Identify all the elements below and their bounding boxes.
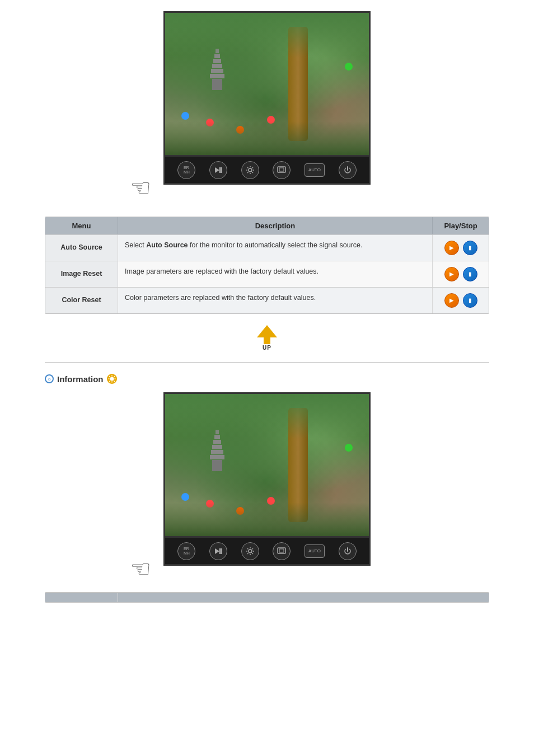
- svg-point-26: [249, 550, 252, 553]
- play-btn-2[interactable]: ▶: [444, 267, 459, 281]
- table-header: Menu Description Play/Stop: [45, 217, 489, 234]
- bottom-table: [45, 592, 489, 603]
- ctrl-btn-brightness[interactable]: [241, 161, 259, 179]
- ctrl-btn-menu[interactable]: ERMH: [177, 161, 195, 179]
- stop-btn-2[interactable]: ▮: [463, 267, 477, 281]
- svg-point-14: [110, 377, 114, 381]
- svg-marker-23: [215, 548, 219, 554]
- lantern-green: [345, 63, 353, 71]
- play-icon-3[interactable]: ▶: [444, 293, 459, 308]
- monitor-section-1: ERMH: [45, 11, 489, 200]
- header-description: Description: [118, 217, 433, 234]
- svg-marker-0: [215, 167, 219, 173]
- stop-icon-1[interactable]: ▮: [463, 241, 477, 255]
- section-divider: [45, 362, 489, 363]
- svg-line-11: [247, 172, 249, 173]
- ctrl-btn-power-2[interactable]: [339, 542, 357, 560]
- ctrl-btn-display-2[interactable]: [273, 542, 291, 560]
- desc-image-reset: Image parameters are replaced with the f…: [118, 261, 433, 287]
- ctrl-btn-source[interactable]: [209, 161, 227, 179]
- bottom-header-col2: [118, 593, 489, 602]
- stop-btn-1[interactable]: ▮: [463, 241, 477, 255]
- svg-line-22: [109, 381, 110, 382]
- info-sun-icon: [107, 374, 117, 384]
- ctrl-btn-menu-2[interactable]: ERMH: [177, 542, 195, 560]
- table-row-image-reset: Image Reset Image parameters are replace…: [45, 261, 489, 287]
- ctrl-btn-auto-2[interactable]: AUTO: [305, 544, 325, 558]
- monitor-frame-1: [163, 11, 371, 157]
- playstop-image-reset: ▶ ▮: [433, 261, 489, 287]
- playstop-auto-source: ▶ ▮: [433, 235, 489, 261]
- menu-auto-source: Auto Source: [45, 235, 118, 261]
- info-circle-icon: ○: [45, 374, 54, 383]
- svg-line-9: [252, 172, 253, 173]
- lantern2-green: [345, 444, 353, 452]
- monitor-controls-2: ERMH: [163, 538, 371, 566]
- lantern-blue: [181, 112, 189, 120]
- svg-point-3: [249, 168, 252, 172]
- svg-line-33: [252, 548, 253, 550]
- table-row-auto-source: Auto Source Select Auto Source for the m…: [45, 234, 489, 261]
- monitor-screen-1: [165, 13, 369, 155]
- menu-color-reset: Color Reset: [45, 288, 118, 313]
- ctrl-btn-source-2[interactable]: [209, 542, 227, 560]
- desc-auto-source: Select Auto Source for the monitor to au…: [118, 235, 433, 261]
- svg-line-19: [109, 376, 110, 377]
- info-title-text: Information: [57, 374, 104, 384]
- svg-line-10: [252, 167, 253, 168]
- hand-cursor-2: ☞: [163, 563, 371, 581]
- info-title: ○ Information: [45, 374, 489, 384]
- playstop-color-reset: ▶ ▮: [433, 288, 489, 313]
- monitor-section-2: ERMH: [45, 392, 489, 581]
- play-icon-2[interactable]: ▶: [444, 267, 459, 281]
- bottom-table-header-row: [45, 593, 489, 602]
- ctrl-btn-display[interactable]: [273, 161, 291, 179]
- bottom-header-col1: [45, 593, 118, 602]
- lantern2-blue: [181, 493, 189, 501]
- play-btn-3[interactable]: ▶: [444, 293, 459, 308]
- play-icon-1[interactable]: ▶: [444, 241, 459, 255]
- ctrl-btn-auto[interactable]: AUTO: [305, 163, 325, 177]
- up-label: UP: [263, 345, 271, 351]
- hand-cursor-1: ☞: [163, 182, 371, 200]
- svg-line-20: [114, 381, 115, 382]
- svg-line-32: [252, 553, 253, 554]
- menu-table: Menu Description Play/Stop Auto Source S…: [45, 217, 489, 314]
- svg-line-21: [114, 376, 115, 377]
- svg-rect-36: [279, 549, 284, 552]
- monitor-screen-2: [165, 394, 369, 536]
- monitor-controls-1: ERMH: [163, 157, 371, 185]
- header-playstop: Play/Stop: [433, 217, 489, 234]
- header-menu: Menu: [45, 217, 118, 234]
- ctrl-btn-brightness-2[interactable]: [241, 542, 259, 560]
- svg-line-8: [247, 167, 249, 168]
- stop-btn-3[interactable]: ▮: [463, 293, 477, 308]
- up-arrow: UP: [257, 325, 277, 351]
- stop-icon-2[interactable]: ▮: [463, 267, 477, 281]
- up-arrow-section: UP: [45, 325, 489, 351]
- stop-icon-3[interactable]: ▮: [463, 293, 477, 308]
- desc-color-reset: Color parameters are replaced with the f…: [118, 288, 433, 313]
- menu-image-reset: Image Reset: [45, 261, 118, 287]
- up-arrow-stem: [264, 337, 270, 344]
- ctrl-btn-power[interactable]: [339, 161, 357, 179]
- monitor-frame-2: [163, 392, 371, 538]
- svg-line-34: [247, 553, 249, 554]
- table-row-color-reset: Color Reset Color parameters are replace…: [45, 287, 489, 313]
- svg-rect-13: [279, 168, 284, 171]
- information-section: ○ Information: [45, 374, 489, 581]
- up-arrow-head: [257, 325, 277, 337]
- svg-line-31: [247, 548, 249, 550]
- play-btn-1[interactable]: ▶: [444, 241, 459, 255]
